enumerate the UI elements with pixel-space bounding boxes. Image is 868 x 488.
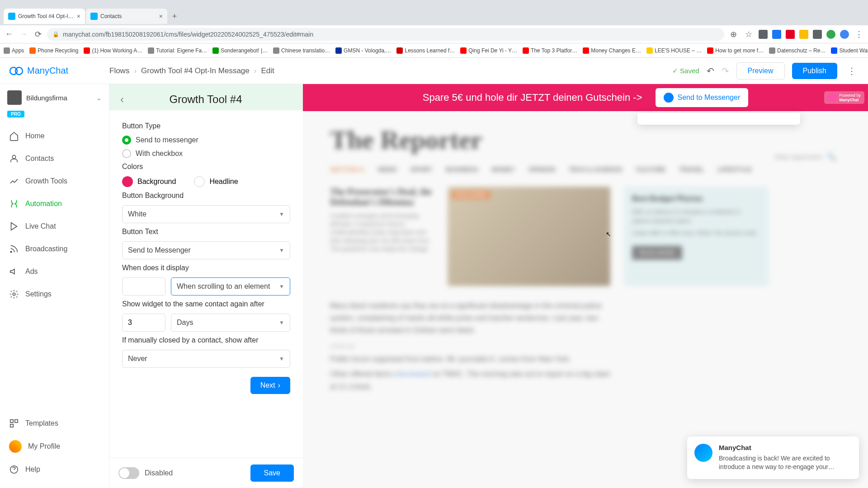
logo[interactable]: ManyChat — [9, 64, 109, 78]
workspace-selector[interactable]: Bildungsfirma ⌄ — [0, 84, 109, 111]
radio-icon — [122, 149, 131, 158]
avatar — [694, 444, 712, 462]
extension-icon[interactable] — [813, 30, 822, 39]
extension-icon[interactable] — [799, 30, 808, 39]
color-background[interactable]: Background — [122, 176, 176, 187]
url-bar[interactable]: 🔒 manychat.com/fb198150208192061/cms/fil… — [47, 28, 724, 41]
bookmark-item[interactable]: Phone Recycling — [29, 47, 78, 54]
button-text-select[interactable]: Send to Messenger ▼ — [122, 241, 290, 259]
sidebar-item-help[interactable]: Help — [0, 458, 109, 481]
sidebar-item-live-chat[interactable]: Live Chat — [0, 215, 109, 238]
chevron-down-icon: ▼ — [279, 356, 284, 362]
browser-tab-strip: Growth Tool #4 Opt-In Messag × Contacts … — [0, 0, 868, 25]
bookmark-icon — [212, 47, 219, 54]
bookmark-item[interactable]: The Top 3 Platfor… — [523, 47, 577, 54]
sidebar-item-ads[interactable]: Ads — [0, 260, 109, 283]
bookmark-item[interactable]: How to get more f… — [707, 47, 764, 54]
workspace-avatar — [7, 90, 22, 105]
bookmark-icon — [646, 47, 653, 54]
bookmark-item[interactable]: Money Changes E… — [583, 47, 641, 54]
url-text: manychat.com/fb198150208192061/cms/files… — [63, 31, 313, 38]
pro-badge: PRO — [7, 109, 109, 117]
tab-title: Contacts — [100, 13, 156, 19]
templates-icon — [9, 418, 19, 428]
bookmark-item[interactable]: Chinese translatio… — [273, 47, 330, 54]
sidebar-item-growth-tools[interactable]: Growth Tools — [0, 170, 109, 192]
notification-toast[interactable]: ManyChat Broadcasting is back! We are ex… — [687, 436, 859, 479]
extension-icon[interactable] — [772, 30, 781, 39]
browser-tab[interactable]: Contacts × — [86, 9, 167, 24]
bookmark-apps[interactable]: Apps — [4, 47, 24, 54]
zoom-icon[interactable]: ⊕ — [728, 29, 739, 40]
bookmark-item[interactable]: LEE'S HOUSE – … — [646, 47, 702, 54]
more-icon[interactable]: ⋮ — [844, 66, 859, 76]
menu-icon[interactable]: ⋮ — [854, 29, 864, 40]
back-button[interactable]: ‹ — [120, 93, 124, 106]
bookmark-icon — [273, 47, 279, 54]
next-button[interactable]: Next › — [250, 377, 290, 394]
messenger-icon — [664, 93, 674, 103]
bookmark-item[interactable]: Sonderangebot! |… — [212, 47, 268, 54]
apps-icon — [4, 47, 10, 54]
help-icon — [9, 465, 19, 474]
dropdown-popup — [637, 113, 800, 125]
banner-text: Spare 5€ und hole dir JETZT deinen Gutsc… — [423, 92, 642, 103]
reload-icon[interactable]: ⟳ — [33, 29, 43, 40]
profile-icon[interactable] — [840, 30, 849, 39]
bookmark-item[interactable]: (1) How Working A… — [84, 47, 142, 54]
sidebar: Bildungsfirma ⌄ PRO Home Contacts Growth… — [0, 84, 109, 488]
undo-icon[interactable]: ↶ — [707, 66, 714, 76]
extension-icon[interactable] — [786, 30, 795, 39]
sidebar-item-templates[interactable]: Templates — [0, 412, 109, 435]
bookmark-item[interactable]: Lessons Learned f… — [396, 47, 455, 54]
close-icon[interactable]: × — [77, 13, 80, 20]
button-background-select[interactable]: White ▼ — [122, 205, 290, 223]
chevron-right-icon: › — [134, 66, 137, 75]
bookmark-icon — [523, 47, 529, 54]
sidebar-item-profile[interactable]: My Profile — [0, 435, 109, 458]
radio-icon — [122, 136, 131, 145]
star-icon[interactable]: ☆ — [743, 29, 754, 40]
save-button[interactable]: Save — [250, 465, 294, 482]
browser-tab-active[interactable]: Growth Tool #4 Opt-In Messag × — [4, 9, 85, 24]
section-label: Button Type — [122, 122, 290, 130]
show-again-unit-select[interactable]: Days ▼ — [171, 314, 290, 332]
display-value-input[interactable] — [122, 277, 165, 296]
display-trigger-select[interactable]: When scrolling to an element ▼ — [171, 277, 290, 296]
svg-marker-3 — [11, 223, 17, 230]
enabled-toggle[interactable]: Disabled — [118, 467, 173, 479]
bookmark-item[interactable]: Tutorial: Eigene Fa… — [148, 47, 207, 54]
color-headline[interactable]: Headline — [194, 176, 238, 187]
radio-with-checkbox[interactable]: With checkbox — [122, 149, 290, 158]
back-icon[interactable]: ← — [4, 29, 14, 40]
bookmark-item[interactable]: Datenschutz – Re… — [769, 47, 826, 54]
bookmark-item[interactable]: Student Wants an… — [831, 47, 868, 54]
gear-icon — [9, 289, 19, 299]
bookmark-icon — [335, 47, 342, 54]
chevron-right-icon: › — [278, 381, 280, 389]
bookmark-item[interactable]: Qing Fei De Yi - Y… — [460, 47, 517, 54]
chevron-down-icon: ▼ — [279, 319, 284, 326]
extension-icon[interactable] — [826, 30, 835, 39]
extension-icon[interactable] — [759, 30, 768, 39]
new-tab-button[interactable]: + — [168, 10, 181, 23]
radio-send-to-messenger[interactable]: Send to messenger — [122, 136, 290, 145]
close-icon[interactable]: × — [159, 13, 163, 20]
preview-button[interactable]: Preview — [736, 62, 785, 80]
forward-icon[interactable]: → — [18, 29, 29, 40]
send-to-messenger-button[interactable]: Send to Messenger — [656, 88, 748, 107]
publish-button[interactable]: Publish — [792, 63, 837, 79]
bookmark-item[interactable]: GMSN - Vologda,… — [335, 47, 391, 54]
sidebar-item-home[interactable]: Home — [0, 125, 109, 147]
show-again-number-input[interactable]: 3 — [122, 314, 165, 332]
sidebar-item-broadcasting[interactable]: Broadcasting — [0, 238, 109, 260]
powered-by-badge[interactable]: Powered byManyChat — [824, 91, 864, 104]
manual-close-select[interactable]: Never ▼ — [122, 350, 290, 368]
sidebar-item-settings[interactable]: Settings — [0, 283, 109, 305]
sidebar-item-automation[interactable]: Automation — [0, 192, 109, 215]
svg-rect-8 — [10, 424, 13, 427]
breadcrumb-item[interactable]: Flows — [109, 66, 129, 75]
sidebar-item-contacts[interactable]: Contacts — [0, 147, 109, 170]
breadcrumb-item[interactable]: Growth Tool #4 Opt-In Message — [141, 66, 250, 75]
cursor-icon: ↖ — [606, 230, 611, 238]
